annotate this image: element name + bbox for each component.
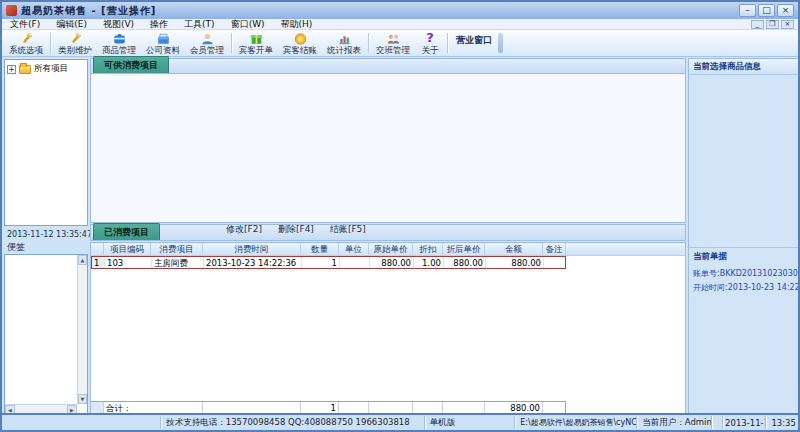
product-info-title: 当前选择商品信息 bbox=[689, 59, 799, 75]
mdi-restore-button[interactable]: ❐ bbox=[766, 20, 779, 29]
clock-label: 2013-11-12 13:35:47 bbox=[4, 228, 88, 241]
package-icon bbox=[249, 31, 264, 45]
cell-quantity: 1 bbox=[302, 257, 340, 268]
app-icon bbox=[6, 5, 17, 16]
maximize-button[interactable]: □ bbox=[758, 4, 775, 17]
status-time: 13:35 bbox=[766, 416, 798, 429]
toolbar-separator bbox=[447, 33, 448, 53]
grid-header-row: 项目编码 消费项目 消费时间 数量 单位 原始单价 折扣 折后单价 金额 备注 bbox=[91, 243, 685, 256]
folder-icon bbox=[19, 65, 31, 74]
column-header[interactable]: 原始单价 bbox=[369, 243, 413, 256]
note-label: 便签 bbox=[4, 241, 88, 254]
menu-operate[interactable]: 操作 bbox=[142, 18, 176, 31]
status-empty-segment bbox=[2, 416, 161, 429]
toolbar-button-label: 统计报表 bbox=[327, 45, 361, 55]
menu-help[interactable]: 帮助(H) bbox=[273, 18, 321, 31]
toolbar-button-label: 公司资料 bbox=[146, 45, 180, 55]
support-phone-label: 技术支持电话：13570098458 QQ:408088750 19663038… bbox=[161, 416, 424, 429]
toolbar-grip[interactable] bbox=[498, 33, 503, 53]
current-user-label: 当前用户：Admin bbox=[637, 416, 712, 429]
tab-available-items[interactable]: 可供消费项目 bbox=[93, 56, 169, 73]
menu-file[interactable]: 文件(F) bbox=[2, 18, 48, 31]
close-button[interactable]: × bbox=[777, 4, 794, 17]
modify-button[interactable]: 修改[F2] bbox=[218, 221, 270, 238]
minimize-button[interactable]: – bbox=[739, 4, 756, 17]
column-header[interactable]: 金额 bbox=[485, 243, 543, 256]
wrench-icon bbox=[19, 31, 34, 45]
cell-amount: 880.00 bbox=[486, 257, 544, 268]
toolbar-button-company-info[interactable]: 公司资料 bbox=[141, 30, 185, 56]
edition-label: 单机版 bbox=[425, 416, 516, 429]
bill-number-label: 账单号:BKKD201310230301 bbox=[689, 265, 799, 279]
vertical-scrollbar[interactable]: ▲ ▼ bbox=[77, 255, 87, 404]
cell-consume-time: 2013-10-23 14:22:36 bbox=[204, 257, 302, 268]
current-bill-title: 当前单据 bbox=[689, 248, 799, 265]
scroll-down-icon[interactable]: ▼ bbox=[78, 394, 87, 404]
checkout-button[interactable]: 结账[F5] bbox=[322, 221, 374, 238]
toolbar-button-member-management[interactable]: 会员管理 bbox=[185, 30, 229, 56]
cell-discount: 1.00 bbox=[414, 257, 444, 268]
app-window: 超易奶茶销售 - [营业操作] – □ × 文件(F) 编辑(E) 视图(V) … bbox=[0, 0, 800, 432]
toolbar-button-label: 宾客结账 bbox=[283, 45, 317, 55]
data-path-label: E:\超易软件\超易奶茶销售\cyNCData.sys bbox=[515, 416, 637, 429]
tree-item-label: 所有项目 bbox=[34, 63, 68, 75]
mdi-minimize-button[interactable]: _ bbox=[751, 20, 764, 29]
question-mark-icon: ? bbox=[426, 31, 434, 45]
toolbar-button-product-management[interactable]: 商品管理 bbox=[97, 30, 141, 56]
bar-chart-icon bbox=[337, 31, 352, 45]
menu-tools[interactable]: 工具(T) bbox=[176, 18, 223, 31]
documents-icon bbox=[156, 31, 171, 45]
consumed-items-grid: 项目编码 消费项目 消费时间 数量 单位 原始单价 折扣 折后单价 金额 备注 … bbox=[90, 242, 686, 416]
column-header[interactable]: 备注 bbox=[543, 243, 566, 256]
person-icon bbox=[200, 31, 215, 45]
menu-edit[interactable]: 编辑(E) bbox=[48, 18, 95, 31]
column-header[interactable]: 消费项目 bbox=[151, 243, 203, 256]
available-items-tabbar: 可供消费项目 bbox=[90, 58, 686, 74]
toolbar-button-label: 商品管理 bbox=[102, 45, 136, 55]
toolbar-separator bbox=[50, 33, 51, 53]
column-header[interactable]: 项目编码 bbox=[104, 243, 151, 256]
toolbar-button-label: 交班管理 bbox=[376, 45, 410, 55]
cell-item-code: 103 bbox=[105, 257, 152, 268]
toolbar-button-system-options[interactable]: 系统选项 bbox=[4, 30, 48, 56]
menu-window[interactable]: 窗口(W) bbox=[223, 18, 273, 31]
tree-expand-icon[interactable]: + bbox=[7, 65, 16, 74]
cell-remark bbox=[544, 257, 567, 268]
table-row[interactable]: 1 103 主房间费 2013-10-23 14:22:36 1 880.00 … bbox=[91, 256, 566, 269]
toolbar-button-category-maintenance[interactable]: 类别维护 bbox=[53, 30, 97, 56]
toolbar-button-guest-checkout[interactable]: 宾客结账 bbox=[278, 30, 322, 56]
column-header[interactable]: 数量 bbox=[301, 243, 339, 256]
toolbar-separator bbox=[368, 33, 369, 53]
toolbar-button-statistics-report[interactable]: 统计报表 bbox=[322, 30, 366, 56]
scroll-up-icon[interactable]: ▲ bbox=[78, 255, 87, 265]
start-time-label: 开始时间:2013-10-23 14:22:36 bbox=[689, 279, 799, 293]
consumed-items-tabbar: 已消费项目 修改[F2] 删除[F4] 结账[F5] bbox=[90, 224, 686, 241]
column-header[interactable]: 单位 bbox=[339, 243, 369, 256]
toolbar-button-about[interactable]: ? 关于 bbox=[415, 30, 445, 56]
note-textarea[interactable]: ▲ ▼ ◀ ▶ bbox=[4, 254, 88, 415]
project-tree-panel: + 所有项目 bbox=[4, 59, 88, 226]
available-items-panel[interactable] bbox=[90, 74, 686, 223]
status-date: 2013-11-12 bbox=[723, 416, 766, 429]
toolbar-button-guest-order[interactable]: 宾客开单 bbox=[234, 30, 278, 56]
tab-consumed-items[interactable]: 已消费项目 bbox=[93, 223, 160, 240]
menu-view[interactable]: 视图(V) bbox=[95, 18, 142, 31]
cell-item-name: 主房间费 bbox=[152, 257, 204, 268]
mdi-close-button[interactable]: × bbox=[781, 20, 794, 29]
column-header[interactable]: 折扣 bbox=[413, 243, 443, 256]
column-header[interactable]: 消费时间 bbox=[203, 243, 301, 256]
toolbar-button-label: 系统选项 bbox=[9, 45, 43, 55]
column-header[interactable]: 折后单价 bbox=[443, 243, 485, 256]
toolbar-button-shift-management[interactable]: 交班管理 bbox=[371, 30, 415, 56]
row-indicator-header bbox=[91, 243, 104, 256]
toolbar-separator bbox=[231, 33, 232, 53]
window-title: 超易奶茶销售 - [营业操作] bbox=[21, 4, 156, 18]
status-bar: 技术支持电话：13570098458 QQ:408088750 19663038… bbox=[2, 413, 798, 430]
cell-unit bbox=[340, 257, 370, 268]
delete-button[interactable]: 删除[F4] bbox=[270, 221, 322, 238]
toolbar-button-label: 会员管理 bbox=[190, 45, 224, 55]
tree-item-all-projects[interactable]: + 所有项目 bbox=[5, 60, 87, 78]
wrench-icon bbox=[68, 31, 83, 45]
title-bar: 超易奶茶销售 - [营业操作] – □ × bbox=[2, 2, 798, 19]
column-header-filler bbox=[566, 243, 685, 256]
